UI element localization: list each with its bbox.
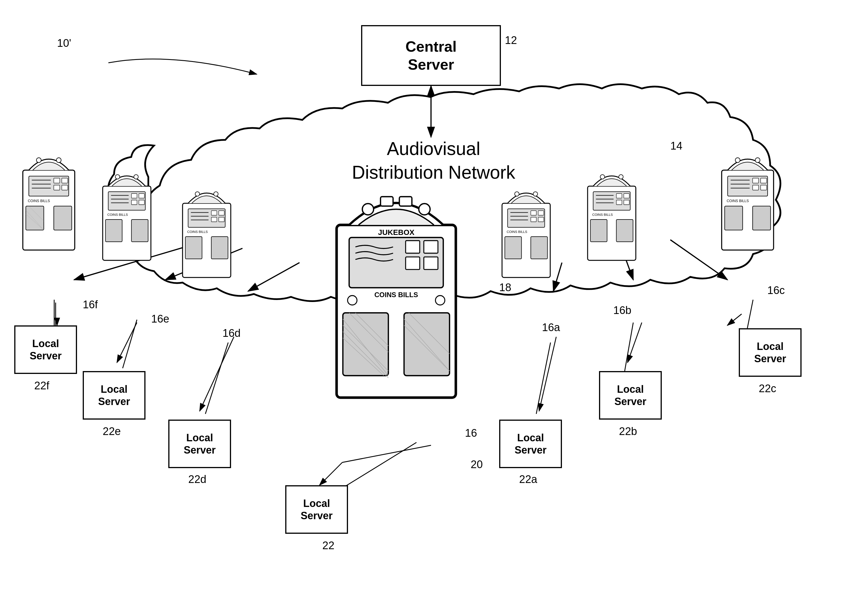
central-server-box: CentralServer [361,25,501,86]
svg-rect-37 [103,186,151,260]
svg-rect-58 [211,211,217,215]
svg-line-7 [248,263,300,291]
svg-rect-47 [139,200,145,205]
svg-text:16c: 16c [767,284,785,296]
diagram-container: { "title": "Audiovisual Distribution Net… [0,0,868,592]
svg-rect-107 [593,192,630,210]
ref-12: 12 [505,34,517,46]
svg-text:16e: 16e [151,313,169,325]
svg-line-34 [26,210,44,230]
svg-rect-127 [753,185,759,190]
svg-line-6 [165,248,242,280]
ref-22b: 22b [619,425,637,438]
svg-line-8 [554,263,562,291]
svg-rect-61 [219,217,224,222]
svg-text:COINS  BILLS: COINS BILLS [28,199,50,203]
svg-rect-113 [616,200,622,205]
local-server-22d: LocalServer [168,420,231,468]
svg-line-17 [539,337,556,411]
svg-line-146 [625,323,633,371]
svg-point-92 [533,192,538,196]
svg-text:COINS  BILLS: COINS BILLS [506,230,527,234]
ref-14: 14 [670,140,682,152]
svg-text:COINS  BILLS: COINS BILLS [107,213,128,216]
svg-rect-125 [753,178,759,183]
local-server-22f: LocalServer [14,326,77,374]
svg-rect-128 [761,185,767,190]
svg-rect-63 [185,237,202,259]
jukebox-16-main: JUKEBOX COINS BILLS [337,197,456,398]
svg-rect-80 [404,313,450,376]
svg-line-81 [343,319,388,376]
svg-rect-65 [337,225,456,398]
svg-rect-117 [616,219,633,242]
svg-rect-40 [108,192,145,210]
svg-rect-20 [23,170,75,250]
jukebox-16a: COINS BILLS [502,192,550,277]
svg-text:COINS    BILLS: COINS BILLS [374,291,418,299]
svg-point-78 [435,296,445,305]
svg-rect-33 [54,206,72,230]
svg-point-39 [134,175,138,179]
svg-rect-130 [725,206,743,230]
svg-line-35 [29,206,44,221]
local-server-22e: LocalServer [83,371,145,420]
svg-rect-93 [508,209,545,228]
svg-rect-70 [349,237,443,288]
svg-rect-44 [131,194,137,198]
svg-point-52 [195,192,200,196]
svg-rect-97 [531,211,537,215]
svg-rect-121 [728,176,768,196]
svg-text:16a: 16a [542,321,560,333]
svg-point-119 [735,158,740,163]
svg-text:COINS  BILLS: COINS BILLS [187,230,208,234]
svg-line-10 [670,240,727,280]
svg-rect-131 [753,206,771,230]
svg-rect-118 [722,170,774,250]
svg-rect-30 [62,185,68,190]
svg-rect-74 [424,257,438,269]
svg-text:16d: 16d [223,327,241,339]
ref-10prime: 10' [57,37,71,49]
svg-rect-29 [54,185,60,190]
svg-point-69 [419,204,430,215]
svg-rect-66 [381,197,393,206]
svg-line-144 [342,443,416,488]
svg-line-88 [409,313,450,354]
svg-text:16f: 16f [83,299,98,311]
svg-rect-99 [531,217,537,222]
jukebox-16c: COINS BILLS [722,158,774,250]
svg-text:18: 18 [499,281,511,293]
svg-line-11 [342,445,431,462]
svg-rect-100 [538,217,544,222]
svg-point-91 [515,192,519,196]
svg-line-15 [117,323,137,363]
svg-rect-79 [343,313,388,376]
svg-rect-67 [399,197,412,206]
central-server-label: CentralServer [405,38,456,73]
svg-rect-28 [62,178,68,183]
svg-rect-104 [588,186,636,260]
svg-rect-27 [54,178,60,183]
svg-rect-72 [424,241,438,253]
ref-22f: 22f [34,380,49,392]
svg-line-18 [627,323,642,363]
ref-22e: 22e [103,425,121,438]
svg-rect-46 [131,200,137,205]
svg-point-120 [755,158,760,163]
svg-rect-23 [29,176,69,196]
svg-line-145 [536,342,551,414]
local-server-22a: LocalServer [499,420,562,468]
svg-text:JUKEBOX: JUKEBOX [378,228,415,237]
local-server-22b: LocalServer [599,371,662,420]
cloud-shape [108,84,781,301]
svg-point-21 [37,158,41,163]
svg-line-12 [319,462,342,485]
svg-rect-111 [616,194,622,198]
svg-point-77 [348,296,357,305]
svg-text:COINS  BILLS: COINS BILLS [727,199,749,203]
diagram-svg: COINS BILLS COINS BILLS [0,0,868,592]
svg-line-5 [74,243,200,280]
svg-rect-59 [219,211,224,215]
svg-rect-49 [106,219,123,242]
